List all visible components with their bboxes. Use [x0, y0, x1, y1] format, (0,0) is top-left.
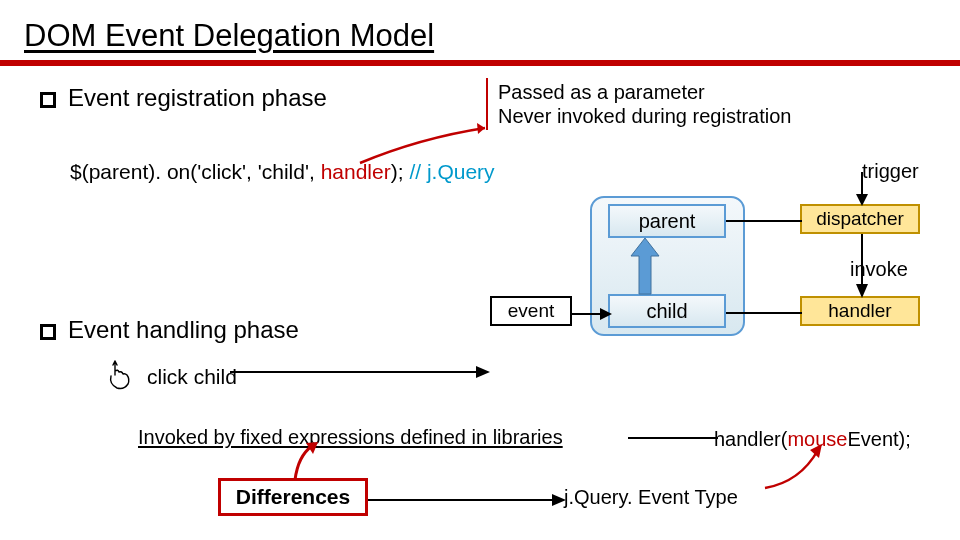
- arrow-click-to-event: [230, 362, 490, 382]
- handler-node: handler: [800, 296, 920, 326]
- code-handler: handler: [321, 160, 391, 183]
- code-prefix: $(parent). on('click', 'child',: [70, 160, 321, 183]
- parent-node: parent: [608, 204, 726, 238]
- child-node: child: [608, 294, 726, 328]
- click-child-text: click child: [147, 365, 237, 389]
- slide-content: Event registration phase Passed as a par…: [0, 66, 960, 526]
- note-line1: Passed as a parameter: [498, 80, 792, 104]
- differences-box: Differences: [218, 478, 368, 516]
- handler-call-suffix: Event);: [847, 428, 910, 450]
- dispatcher-node: dispatcher: [800, 204, 920, 234]
- bullet-registration-text: Event registration phase: [68, 84, 327, 112]
- dom-diagram: parent child dispatcher handler invoke e…: [530, 196, 910, 376]
- handler-call-mouse: mouse: [787, 428, 847, 450]
- bullet-handling-text: Event handling phase: [68, 316, 299, 344]
- code-comment: // j.Query: [409, 160, 494, 183]
- click-child-row: click child: [105, 356, 237, 397]
- slide-title: DOM Event Delegation Model: [0, 0, 960, 60]
- bullet-marker-icon: [40, 324, 56, 340]
- invoke-label: invoke: [850, 258, 908, 281]
- svg-marker-11: [476, 366, 490, 378]
- bullet-registration: Event registration phase: [40, 84, 327, 112]
- handler-invocation: handler(mouseEvent);: [714, 428, 911, 451]
- arrow-differences-to-jqtype: [368, 490, 566, 510]
- invoked-by-fixed-expr: Invoked by fixed expressions defined in …: [138, 426, 563, 449]
- event-node: event: [490, 296, 572, 326]
- code-sample: $(parent). on('click', 'child', handler)…: [70, 160, 495, 184]
- line-invoked-to-handlercall: [628, 431, 718, 445]
- bullet-marker-icon: [40, 92, 56, 108]
- svg-marker-0: [477, 123, 485, 134]
- trigger-label: trigger: [862, 160, 919, 183]
- jquery-event-type: j.Query. Event Type: [564, 486, 738, 509]
- code-suffix: );: [391, 160, 410, 183]
- pointer-icon: [105, 358, 135, 397]
- note-line2: Never invoked during registration: [498, 104, 792, 128]
- parameter-note: Passed as a parameter Never invoked duri…: [486, 78, 792, 130]
- bullet-handling: Event handling phase: [40, 316, 299, 344]
- handler-call-prefix: handler(: [714, 428, 787, 450]
